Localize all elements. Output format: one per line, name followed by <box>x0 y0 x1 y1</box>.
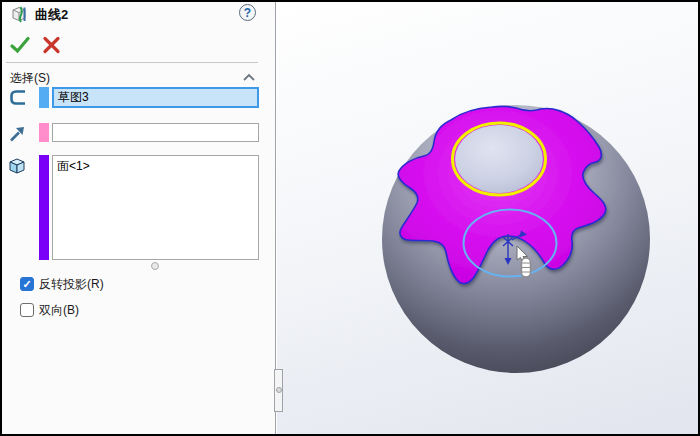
checkbox-label: 双向(B) <box>39 302 79 319</box>
splitter-grip-dot <box>276 387 282 393</box>
page-title: 曲线2 <box>35 6 68 24</box>
help-button[interactable]: ? <box>239 4 256 21</box>
graphics-viewport[interactable] <box>277 2 698 434</box>
viewport-canvas[interactable] <box>277 2 698 434</box>
ok-checkmark-button[interactable] <box>9 35 31 55</box>
direction-color-swatch <box>39 123 49 142</box>
list-item[interactable]: 面<1> <box>57 158 254 175</box>
property-manager-panel: 曲线2 ? 选择(S) 草图3 <box>2 2 276 434</box>
projected-curve-icon <box>9 4 29 24</box>
panel-splitter-handle[interactable] <box>274 369 283 412</box>
direction-arrow-icon <box>7 124 29 144</box>
listbox-resize-grip[interactable] <box>151 262 159 270</box>
face-cube-icon <box>6 156 28 176</box>
faces-listbox[interactable]: 面<1> <box>52 155 259 260</box>
checkbox-checked-icon[interactable] <box>20 277 34 291</box>
cancel-x-button[interactable] <box>41 35 63 55</box>
faces-color-swatch <box>39 155 49 260</box>
checkbox-label: 反转投影(R) <box>39 276 104 293</box>
solidworks-window: 曲线2 ? 选择(S) 草图3 <box>0 0 700 436</box>
sketch-color-swatch <box>39 87 49 108</box>
panel-actions-row <box>2 34 275 58</box>
sketch-selection-field[interactable]: 草图3 <box>52 87 259 108</box>
section-label: 选择(S) <box>10 70 50 87</box>
bidirectional-checkbox-row[interactable]: 双向(B) <box>20 302 79 318</box>
direction-selection-field[interactable] <box>52 123 259 142</box>
reverse-projection-checkbox-row[interactable]: 反转投影(R) <box>20 276 104 292</box>
panel-title-row: 曲线2 ? <box>2 2 275 28</box>
sketch-contour-icon <box>7 88 29 108</box>
checkbox-unchecked-icon[interactable] <box>20 303 34 317</box>
selection-section-header[interactable]: 选择(S) <box>2 67 275 87</box>
chevron-up-icon[interactable] <box>242 72 256 82</box>
sphere-top-dome[interactable] <box>455 125 543 193</box>
divider <box>6 62 258 63</box>
question-mark-icon: ? <box>244 6 251 20</box>
